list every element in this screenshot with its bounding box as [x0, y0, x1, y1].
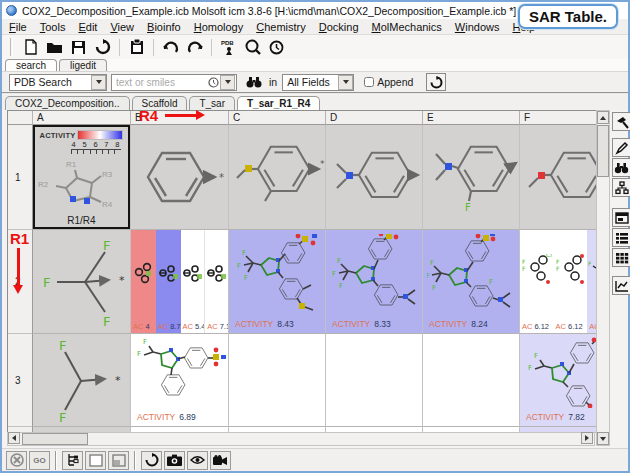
chevron-down-icon[interactable]: [338, 75, 353, 90]
corner-cell: [8, 111, 33, 125]
cell-d3-empty[interactable]: [326, 334, 423, 427]
thumb-compound-7[interactable]: F AC: [587, 230, 596, 333]
split-panel-button[interactable]: [108, 451, 129, 470]
movie-button[interactable]: [210, 451, 231, 470]
scroll-up-button[interactable]: [597, 111, 609, 124]
tab-ligedit[interactable]: ligedit: [59, 59, 107, 71]
menu-tools[interactable]: Tools: [40, 21, 66, 33]
field-select[interactable]: All Fields: [282, 74, 354, 91]
cell-a3-r1-chf2-scaffold[interactable]: F F *: [33, 334, 131, 427]
append-checkbox[interactable]: [364, 77, 374, 87]
menu-windows[interactable]: Windows: [455, 21, 500, 33]
thumb-compound-5[interactable]: F F Cl AC6.12: [520, 230, 554, 333]
menu-file[interactable]: File: [9, 21, 27, 33]
render-refresh-button[interactable]: [141, 451, 162, 470]
history-clock-icon[interactable]: [208, 77, 219, 88]
toolbar-handle[interactable]: [10, 38, 13, 56]
scroll-right-button[interactable]: [581, 432, 593, 444]
paste-button[interactable]: [126, 37, 147, 57]
cell-d1-r4-dimethylamino-phenyl[interactable]: [326, 125, 423, 230]
menu-molmechanics[interactable]: MolMechanics: [372, 21, 442, 33]
tab-t-sar-r1-r4[interactable]: T_sar_R1_R4: [237, 96, 320, 110]
edit-tool-button[interactable]: [612, 138, 630, 157]
pdb-search-button[interactable]: PDB: [218, 37, 239, 57]
cell-e1-r4-dimethylamino-fluoro-phenyl[interactable]: F: [423, 125, 520, 230]
scroll-down-button[interactable]: [597, 432, 609, 445]
col-header-d[interactable]: D: [326, 111, 423, 125]
menu-homology[interactable]: Homology: [194, 21, 244, 33]
sync-button[interactable]: [92, 37, 113, 57]
panels-view-button[interactable]: [612, 208, 630, 227]
workspace-tree-button[interactable]: [62, 451, 83, 470]
thumb-compound-4[interactable]: AC7.1: [204, 230, 228, 333]
col-header-f[interactable]: F: [520, 111, 597, 125]
chevron-down-icon[interactable]: [91, 75, 106, 90]
hierarchy-tool-button[interactable]: [612, 178, 630, 197]
refresh-icon: [430, 76, 443, 89]
search-tool-button[interactable]: [612, 158, 630, 177]
go-button[interactable]: GO: [29, 451, 50, 470]
cell-c2-compound[interactable]: F F F ACTIVITY8.43: [229, 230, 326, 334]
thumb-compound-2[interactable]: AC8.7: [156, 230, 181, 333]
hammer-icon: [615, 115, 629, 129]
history-dropdown-button[interactable]: [220, 75, 235, 90]
search-engine-select[interactable]: PDB Search: [9, 74, 107, 91]
cell-b3-compound[interactable]: F F ACTIVITY6.89: [131, 334, 229, 427]
cell-d2-compound[interactable]: F F F ACTIVITY8.33: [326, 230, 423, 334]
pick-tool-button[interactable]: [612, 112, 630, 131]
cell-f3-compound[interactable]: F F ACTIVITY7.82: [520, 334, 597, 427]
tab-t-sar[interactable]: T_sar: [189, 96, 235, 110]
col-header-e[interactable]: E: [423, 111, 520, 125]
web-search-button[interactable]: [242, 37, 263, 57]
tab-cox2-decomposition[interactable]: COX2_Decomposition..: [5, 96, 130, 110]
col-header-a[interactable]: A: [33, 111, 131, 125]
row-header-3[interactable]: 3: [8, 334, 33, 427]
horizontal-scrollbar[interactable]: [7, 432, 595, 446]
save-button[interactable]: [68, 37, 89, 57]
thumb-compound-1[interactable]: AC4: [131, 230, 156, 333]
cell-c1-r4-methylthio-tolyl[interactable]: *: [229, 125, 326, 230]
history-button[interactable]: [266, 37, 287, 57]
activity-value: 7.1: [220, 322, 228, 331]
menu-chemistry[interactable]: Chemistry: [256, 21, 306, 33]
thumb-compound-6[interactable]: F F AC6.12: [554, 230, 588, 333]
cell-b1-r4-benzene[interactable]: *: [131, 125, 229, 230]
cell-c3-empty[interactable]: [229, 334, 326, 427]
menu-docking[interactable]: Docking: [319, 21, 359, 33]
refresh-button[interactable]: [426, 73, 446, 91]
stop-button[interactable]: [6, 451, 27, 470]
list-view-button[interactable]: [612, 228, 630, 247]
row-header-1[interactable]: 1: [8, 125, 33, 230]
menu-edit[interactable]: Edit: [78, 21, 97, 33]
new-file-button[interactable]: [20, 37, 41, 57]
cell-e2-compound[interactable]: F F F F ACTIVITY8.24: [423, 230, 520, 334]
vertical-scrollbar[interactable]: [596, 110, 610, 446]
toolbar-separator: [55, 451, 57, 470]
cell-b2-thumbnails[interactable]: AC4 AC8.7: [131, 230, 229, 334]
redo-button[interactable]: [184, 37, 205, 57]
cell-a2-r1-cf3-scaffold[interactable]: F F F *: [33, 230, 131, 334]
horizontal-scroll-thumb[interactable]: [22, 433, 88, 445]
cell-f1-r4-methoxy-phenyl[interactable]: [520, 125, 597, 230]
vertical-scroll-thumb[interactable]: [597, 125, 609, 177]
col-header-c[interactable]: C: [229, 111, 326, 125]
open-file-button[interactable]: [44, 37, 65, 57]
grid-view-button[interactable]: [612, 248, 630, 267]
search-engine-value: PDB Search: [14, 76, 72, 88]
thumb-compound-3[interactable]: AC5.45: [181, 230, 205, 333]
undo-button[interactable]: [160, 37, 181, 57]
cell-a1-scaffold-legend[interactable]: ACTIVITY 4 5 6 7 8: [33, 125, 131, 230]
menu-view[interactable]: View: [110, 21, 134, 33]
cell-e3-empty[interactable]: [423, 334, 520, 427]
scroll-left-button[interactable]: [8, 432, 20, 444]
blank-panel-button[interactable]: [85, 451, 106, 470]
snapshot-button[interactable]: [164, 451, 185, 470]
cell-f2-thumbnails[interactable]: F F Cl AC6.12 F F: [520, 230, 597, 334]
view-button[interactable]: [187, 451, 208, 470]
find-button[interactable]: [243, 72, 264, 92]
tab-search[interactable]: search: [5, 59, 57, 71]
search-input[interactable]: [112, 76, 208, 89]
plot-view-button[interactable]: [612, 276, 630, 295]
menu-bioinfo[interactable]: Bioinfo: [147, 21, 181, 33]
svg-text:F: F: [242, 249, 246, 257]
